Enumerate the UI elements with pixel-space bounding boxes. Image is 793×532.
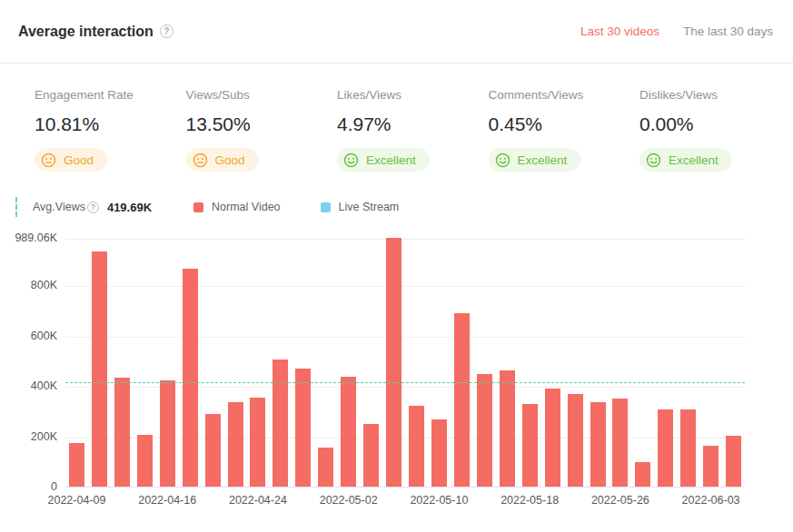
bar-slot bbox=[292, 239, 314, 487]
normal-video-bar[interactable] bbox=[431, 419, 447, 487]
x-axis-tick-label: 2022-06-03 bbox=[682, 494, 740, 507]
normal-video-bar[interactable] bbox=[500, 370, 515, 487]
avg-views-label: Avg.Views bbox=[33, 201, 85, 213]
normal-video-bar[interactable] bbox=[658, 409, 673, 487]
legend-item-normal-video[interactable]: Normal Video bbox=[193, 201, 281, 213]
bar-slot bbox=[722, 239, 745, 487]
y-axis-tick-label: 400K bbox=[0, 379, 57, 392]
rating-label: Excellent bbox=[518, 153, 568, 167]
panel-header: Average interaction ? Last 30 videos The… bbox=[0, 0, 793, 64]
range-tabs: Last 30 videos The last 30 days bbox=[580, 25, 773, 38]
legend-label: Normal Video bbox=[212, 201, 281, 213]
average-views-dashed-line bbox=[65, 382, 745, 383]
y-axis-tick-label: 800K bbox=[0, 279, 57, 291]
legend-label: Live Stream bbox=[339, 201, 400, 213]
bar-slot bbox=[202, 239, 224, 487]
bar-series bbox=[65, 239, 745, 487]
bar-slot bbox=[587, 239, 610, 487]
live-stream-swatch-icon bbox=[321, 202, 331, 212]
normal-video-bar[interactable] bbox=[568, 394, 583, 487]
help-icon[interactable]: ? bbox=[160, 25, 173, 38]
normal-video-bar[interactable] bbox=[612, 399, 628, 487]
normal-video-bar[interactable] bbox=[114, 378, 130, 487]
normal-video-bar[interactable] bbox=[205, 414, 221, 487]
page-title: Average interaction bbox=[18, 24, 154, 40]
normal-video-bar[interactable] bbox=[703, 446, 719, 487]
normal-video-bar[interactable] bbox=[386, 238, 401, 487]
normal-video-bar[interactable] bbox=[409, 406, 424, 487]
metric-value: 0.45% bbox=[489, 113, 640, 135]
bar-slot bbox=[88, 239, 111, 487]
normal-video-bar[interactable] bbox=[137, 435, 153, 487]
metric-engagement-rate: Engagement Rate 10.81% Good bbox=[35, 88, 186, 172]
bar-slot bbox=[473, 239, 496, 487]
normal-video-bar[interactable] bbox=[522, 404, 538, 487]
bar-slot bbox=[677, 239, 699, 487]
normal-video-bar[interactable] bbox=[318, 448, 333, 487]
legend-item-live-stream[interactable]: Live Stream bbox=[321, 201, 400, 213]
bar-slot bbox=[360, 239, 382, 487]
bar-slot bbox=[564, 239, 587, 487]
rating-label: Good bbox=[64, 153, 94, 167]
x-axis-tick-label: 2022-05-18 bbox=[501, 494, 559, 507]
metric-views-subs: Views/Subs 13.50% Good bbox=[186, 88, 338, 172]
metric-label: Engagement Rate bbox=[35, 88, 186, 102]
y-axis-tick-label: 989.06K bbox=[0, 232, 57, 244]
normal-video-bar[interactable] bbox=[635, 462, 650, 487]
bar-slot bbox=[224, 239, 247, 487]
bar-slot bbox=[451, 239, 473, 487]
bar-slot bbox=[519, 239, 541, 487]
chart-plot-area: 2022-04-092022-04-162022-04-242022-05-02… bbox=[65, 239, 745, 488]
normal-video-bar[interactable] bbox=[363, 424, 379, 487]
normal-video-bar[interactable] bbox=[726, 436, 741, 487]
bar-slot bbox=[111, 239, 134, 487]
smile-face-icon bbox=[343, 153, 359, 168]
normal-video-bar[interactable] bbox=[273, 360, 288, 487]
x-axis-tick-label: 2022-04-16 bbox=[138, 494, 196, 507]
metric-label: Likes/Views bbox=[337, 88, 489, 102]
rating-badge: Excellent bbox=[489, 148, 581, 172]
normal-video-bar[interactable] bbox=[590, 402, 606, 487]
normal-video-bar[interactable] bbox=[69, 443, 84, 487]
metric-dislikes-views: Dislikes/Views 0.00% Excellent bbox=[639, 88, 791, 172]
bar-slot bbox=[382, 239, 405, 487]
normal-video-bar[interactable] bbox=[92, 251, 107, 487]
normal-video-bar[interactable] bbox=[183, 269, 198, 487]
normal-video-bar[interactable] bbox=[454, 313, 470, 487]
rating-label: Excellent bbox=[366, 153, 416, 167]
bar-slot bbox=[337, 239, 360, 487]
tab-last-30-videos[interactable]: Last 30 videos bbox=[580, 25, 659, 38]
rating-badge: Excellent bbox=[337, 148, 430, 172]
y-axis-tick-label: 600K bbox=[0, 330, 57, 342]
bar-slot bbox=[610, 239, 632, 487]
normal-video-bar[interactable] bbox=[228, 402, 243, 487]
bar-slot bbox=[699, 239, 722, 487]
x-axis-tick-label: 2022-04-09 bbox=[47, 494, 105, 507]
normal-video-bar[interactable] bbox=[160, 380, 175, 487]
normal-video-bar[interactable] bbox=[250, 398, 265, 487]
chart-legend: Avg.Views ? 419.69K Normal Video Live St… bbox=[0, 192, 793, 222]
bar-slot bbox=[428, 239, 451, 487]
rating-badge: Good bbox=[186, 148, 259, 172]
normal-video-bar[interactable] bbox=[341, 377, 356, 487]
bar-slot bbox=[179, 239, 202, 487]
smile-face-icon bbox=[495, 153, 510, 168]
metric-value: 13.50% bbox=[186, 113, 338, 135]
tab-last-30-days[interactable]: The last 30 days bbox=[683, 25, 773, 38]
metric-likes-views: Likes/Views 4.97% Excellent bbox=[337, 88, 489, 172]
bar-slot bbox=[247, 239, 270, 487]
neutral-face-icon bbox=[41, 153, 56, 168]
normal-video-bar[interactable] bbox=[680, 409, 696, 487]
bar-slot bbox=[631, 239, 654, 487]
y-axis-tick-label: 0 bbox=[0, 480, 57, 493]
normal-video-bar[interactable] bbox=[545, 389, 560, 487]
bar-slot bbox=[269, 239, 292, 487]
y-axis-tick-label: 200K bbox=[0, 430, 57, 443]
normal-video-bar[interactable] bbox=[295, 369, 311, 487]
neutral-face-icon bbox=[193, 153, 208, 168]
normal-video-swatch-icon bbox=[193, 202, 203, 212]
bar-slot bbox=[496, 239, 519, 487]
avg-views-help-icon[interactable]: ? bbox=[87, 202, 99, 213]
normal-video-bar[interactable] bbox=[477, 374, 492, 487]
rating-label: Good bbox=[215, 153, 245, 167]
